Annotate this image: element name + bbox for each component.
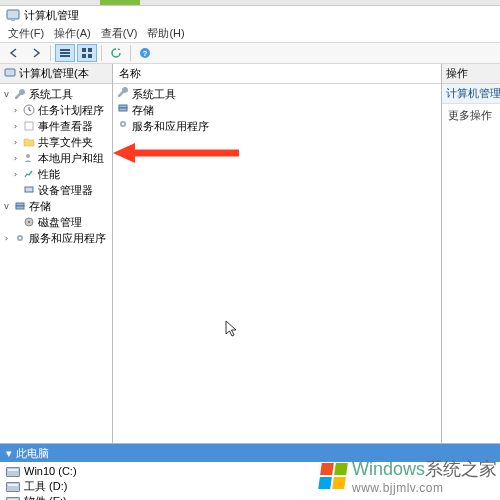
tree-task-scheduler[interactable]: ›任务计划程序: [2, 102, 112, 118]
svg-rect-11: [5, 69, 15, 76]
actions-more-link[interactable]: 更多操作: [442, 104, 500, 127]
users-icon: [22, 151, 36, 165]
tree-pane: 计算机管理(本 v系统工具 ›任务计划程序 ›事件查看器 ›共享文件夹 ›本地用…: [0, 64, 113, 443]
gear-icon: [117, 118, 129, 134]
actions-context: 计算机管理(本: [442, 84, 500, 104]
drive-icon: [6, 482, 20, 492]
svg-point-25: [122, 123, 124, 125]
windows-logo-icon: [318, 463, 348, 489]
svg-rect-5: [82, 48, 86, 52]
svg-point-21: [19, 237, 21, 239]
help-button[interactable]: ?: [135, 44, 155, 62]
svg-rect-15: [25, 187, 33, 192]
window-title: 计算机管理: [24, 8, 79, 23]
mouse-cursor-icon: [225, 320, 239, 340]
svg-rect-6: [88, 48, 92, 52]
refresh-button[interactable]: [106, 44, 126, 62]
nav-forward-button[interactable]: [26, 44, 46, 62]
view-icons-button[interactable]: [77, 44, 97, 62]
tree-services-apps[interactable]: ›服务和应用程序: [2, 230, 112, 246]
chart-icon: [22, 167, 36, 181]
wrench-icon: [117, 86, 129, 102]
menu-action[interactable]: 操作(A): [50, 26, 95, 41]
drive-icon: [6, 497, 20, 501]
svg-rect-2: [60, 49, 70, 51]
list-item[interactable]: 存储: [113, 102, 441, 118]
watermark: Windows系统之家 www.bjjmlv.com: [320, 457, 497, 495]
menu-help[interactable]: 帮助(H): [143, 26, 188, 41]
list-column-name[interactable]: 名称: [113, 64, 441, 84]
tree-disk-management[interactable]: 磁盘管理: [2, 214, 112, 230]
chevron-down-icon: ▾: [6, 447, 12, 460]
svg-rect-1: [11, 19, 15, 21]
watermark-url: www.bjjmlv.com: [352, 481, 497, 495]
svg-text:?: ?: [143, 49, 148, 58]
menu-view[interactable]: 查看(V): [97, 26, 142, 41]
menu-bar: 文件(F) 操作(A) 查看(V) 帮助(H): [0, 24, 500, 42]
svg-rect-8: [88, 54, 92, 58]
folder-icon: [22, 135, 36, 149]
storage-icon: [117, 102, 129, 118]
wrench-icon: [13, 87, 27, 101]
tree-header[interactable]: 计算机管理(本: [0, 64, 112, 84]
drive-icon: [6, 467, 20, 477]
list-pane: 名称 系统工具 存储 服务和应用程序: [113, 64, 442, 443]
actions-header: 操作: [442, 64, 500, 84]
svg-point-14: [26, 154, 30, 158]
svg-rect-23: [119, 108, 127, 111]
watermark-text: 系统之家: [425, 459, 497, 479]
tree-local-users[interactable]: ›本地用户和组: [2, 150, 112, 166]
tree-shared-folders[interactable]: ›共享文件夹: [2, 134, 112, 150]
svg-rect-3: [60, 52, 70, 54]
menu-file[interactable]: 文件(F): [4, 26, 48, 41]
tree-device-manager[interactable]: 设备管理器: [2, 182, 112, 198]
svg-rect-13: [25, 122, 33, 130]
actions-pane: 操作 计算机管理(本 更多操作: [442, 64, 500, 443]
tree-performance[interactable]: ›性能: [2, 166, 112, 182]
device-icon: [22, 183, 36, 197]
clock-icon: [22, 103, 36, 117]
tree-system-tools[interactable]: v系统工具: [2, 86, 112, 102]
disk-icon: [22, 215, 36, 229]
storage-icon: [13, 199, 27, 213]
list-item[interactable]: 服务和应用程序: [113, 118, 441, 134]
svg-rect-17: [16, 206, 24, 209]
computer-icon: [4, 67, 16, 81]
nav-back-button[interactable]: [4, 44, 24, 62]
gear-icon: [13, 231, 27, 245]
svg-rect-7: [82, 54, 86, 58]
app-icon: [6, 8, 20, 22]
list-item[interactable]: 系统工具: [113, 86, 441, 102]
svg-rect-0: [7, 10, 19, 19]
title-bar: 计算机管理: [0, 6, 500, 24]
svg-point-19: [28, 221, 30, 223]
tree-storage[interactable]: v存储: [2, 198, 112, 214]
toolbar: ?: [0, 42, 500, 64]
tree-event-viewer[interactable]: ›事件查看器: [2, 118, 112, 134]
event-icon: [22, 119, 36, 133]
view-details-button[interactable]: [55, 44, 75, 62]
watermark-text: Windows: [352, 459, 425, 479]
svg-rect-4: [60, 55, 70, 57]
